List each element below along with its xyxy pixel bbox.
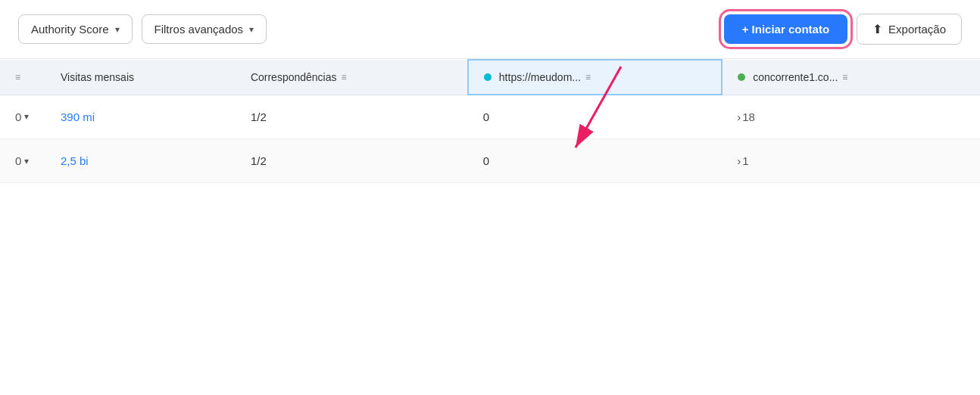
cell-matches-1: 1/2 [236, 95, 468, 139]
visits-link-2[interactable]: 2,5 bi [61, 154, 89, 167]
sort-icon-matches: ≡ [342, 72, 347, 82]
advanced-filters-button[interactable]: Filtros avançados ▾ [142, 14, 267, 44]
expand-btn-1[interactable]: 0 ▾ [15, 110, 30, 123]
matches-label: Correspondências [251, 71, 337, 83]
col-header-visits[interactable]: Visitas mensais [45, 60, 236, 95]
more-indicator-2: › 1 [737, 154, 965, 167]
chevron-down-icon-row1: ▾ [24, 111, 29, 122]
data-table-wrapper: ≡ Visitas mensais Correspondências ≡ [0, 59, 980, 183]
visits-link-1[interactable]: 390 mi [61, 110, 95, 123]
competitor-value-2: 1 [742, 154, 748, 167]
iniciar-contato-label: + Iniciar contato [742, 23, 829, 36]
col-header-matches[interactable]: Correspondências ≡ [236, 60, 468, 95]
exportacao-label: Exportação [888, 23, 946, 36]
more-indicator-1: › 18 [737, 110, 965, 123]
col-header-score: ≡ [0, 60, 45, 95]
iniciar-contato-button[interactable]: + Iniciar contato [724, 14, 847, 44]
cell-score-1: 0 ▾ [0, 95, 45, 139]
cell-mydomain-1: 0 [468, 95, 722, 139]
cell-score-2: 0 ▾ [0, 139, 45, 183]
sort-icon-mydomain: ≡ [585, 72, 591, 82]
chevron-down-icon-row2: ▾ [24, 156, 29, 166]
more-chevron-2: › [737, 154, 741, 167]
upload-icon: ⬆ [872, 22, 882, 36]
cell-competitor-2: › 1 [722, 139, 980, 183]
sort-icon-competitor: ≡ [842, 72, 847, 82]
table-header-row: ≡ Visitas mensais Correspondências ≡ [0, 60, 980, 95]
competitor-dot [738, 73, 745, 81]
sort-icon: ≡ [15, 72, 20, 82]
authority-score-filter[interactable]: Authority Score ▾ [18, 14, 133, 44]
visits-label: Visitas mensais [61, 71, 134, 83]
cell-matches-2: 1/2 [236, 139, 468, 183]
cell-visits-2: 2,5 bi [45, 139, 236, 183]
chevron-down-icon-2: ▾ [249, 24, 254, 35]
table-row: 0 ▾ 2,5 bi 1/2 0 › 1 [0, 139, 980, 183]
table-row: 0 ▾ 390 mi 1/2 0 › 18 [0, 95, 980, 139]
data-table: ≡ Visitas mensais Correspondências ≡ [0, 59, 980, 183]
toolbar: Authority Score ▾ Filtros avançados ▾ + … [0, 0, 980, 59]
expand-btn-2[interactable]: 0 ▾ [15, 154, 30, 167]
advanced-filters-label: Filtros avançados [154, 23, 244, 36]
more-chevron-1: › [737, 110, 741, 123]
competitor-label: concorrente1.co... [753, 71, 838, 83]
mydomain-value-2: 0 [483, 154, 489, 167]
mydomain-dot [484, 73, 492, 81]
col-header-competitor[interactable]: concorrente1.co... ≡ [722, 60, 980, 95]
chevron-down-icon: ▾ [115, 24, 120, 35]
cell-competitor-1: › 18 [722, 95, 980, 139]
authority-score-label: Authority Score [31, 23, 109, 36]
cell-mydomain-2: 0 [468, 139, 722, 183]
exportacao-button[interactable]: ⬆ Exportação [857, 14, 962, 45]
mydomain-label: https://meudom... [499, 71, 581, 83]
matches-value-1: 1/2 [251, 110, 267, 123]
competitor-value-1: 18 [742, 110, 755, 123]
mydomain-value-1: 0 [483, 110, 489, 123]
col-header-mydomain[interactable]: https://meudom... ≡ [468, 60, 722, 95]
matches-value-2: 1/2 [251, 154, 267, 167]
score-value-1: 0 [15, 110, 21, 123]
cell-visits-1: 390 mi [45, 95, 236, 139]
score-value-2: 0 [15, 154, 21, 167]
